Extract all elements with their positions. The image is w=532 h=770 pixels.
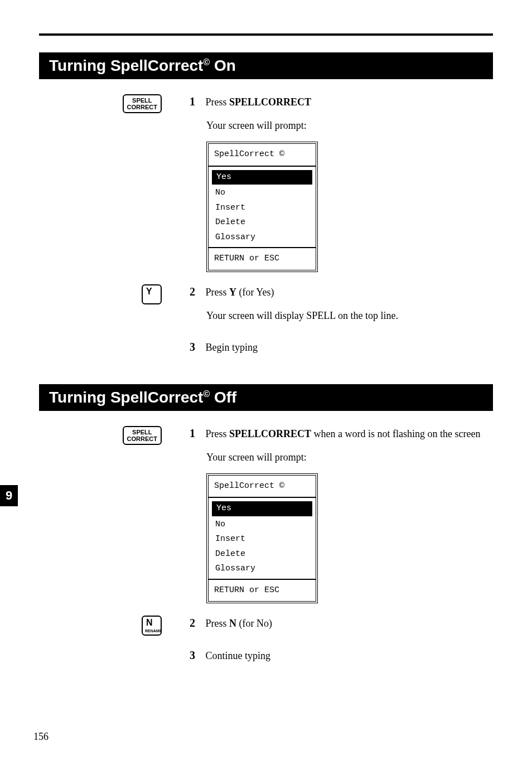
step-instruction: Press SPELLCORRECT when a word is not fl… [206, 428, 481, 439]
step-text-column: 1 Press SPELLCORRECT Your screen will pr… [190, 93, 493, 272]
key-column: Y [39, 283, 190, 304]
screen-options: Yes No Insert Delete Glossary [209, 167, 316, 248]
step-row: SPELL CORRECT 1 Press SPELLCORRECT when … [39, 425, 493, 604]
spellcorrect-key-icon: SPELL CORRECT [123, 426, 162, 445]
document-page: Turning SpellCorrect© On SPELL CORRECT 1… [0, 0, 532, 759]
step-after-text: Your screen will display SPELL on the to… [206, 308, 493, 323]
screen-option-selected: Yes [212, 170, 312, 185]
top-rule [39, 33, 493, 36]
screen-option: No [211, 186, 313, 201]
key-column [39, 338, 190, 340]
step-text-column: 1 Press SPELLCORRECT when a word is not … [190, 425, 493, 604]
screen-footer: RETURN or ESC [209, 247, 316, 270]
step-row: N RENAME 2 Press N (for No) [39, 614, 493, 636]
screen-option: Delete [211, 215, 313, 230]
screen-option: No [211, 517, 313, 532]
y-key-icon: Y [142, 284, 162, 304]
step-number: 2 [190, 283, 203, 300]
step-row: SPELL CORRECT 1 Press SPELLCORRECT Your … [39, 93, 493, 272]
screen-footer: RETURN or ESC [209, 579, 316, 602]
screen-title: SpellCorrect © [209, 144, 316, 167]
step-number: 1 [190, 425, 203, 442]
screen-prompt-box: SpellCorrect © Yes No Insert Delete Glos… [206, 142, 318, 272]
screen-option: Insert [211, 201, 313, 216]
step-number: 3 [190, 338, 203, 355]
chapter-tab: 9 [0, 485, 18, 506]
step-instruction: Press SPELLCORRECT [206, 96, 312, 108]
section-heading-on: Turning SpellCorrect© On [39, 52, 493, 79]
step-row: Y 2 Press Y (for Yes) Your screen will d… [39, 283, 493, 332]
screen-options: Yes No Insert Delete Glossary [209, 498, 316, 579]
step-number: 3 [190, 647, 203, 664]
step-row: 3 Begin typing [39, 338, 493, 355]
step-text-column: 3 Begin typing [190, 338, 493, 355]
step-text-column: 3 Continue typing [190, 647, 493, 664]
screen-option: Insert [211, 532, 313, 547]
key-column: SPELL CORRECT [39, 425, 190, 445]
key-column [39, 647, 190, 648]
step-number: 2 [190, 614, 203, 631]
step-instruction: Begin typing [206, 342, 258, 353]
step-text-column: 2 Press Y (for Yes) Your screen will dis… [190, 283, 493, 332]
key-column: N RENAME [39, 614, 190, 636]
n-key-icon: N RENAME [142, 616, 162, 636]
screen-option-selected: Yes [212, 501, 312, 516]
screen-prompt-box: SpellCorrect © Yes No Insert Delete Glos… [206, 473, 318, 604]
step-instruction: Press Y (for Yes) [206, 287, 274, 298]
screen-option: Glossary [211, 230, 313, 245]
step-number: 1 [190, 93, 203, 110]
key-column: SPELL CORRECT [39, 93, 190, 113]
screen-title: SpellCorrect © [209, 476, 316, 498]
page-number: 156 [33, 731, 49, 743]
step-instruction: Continue typing [206, 650, 271, 661]
step-after-text: Your screen will prompt: [206, 450, 493, 465]
step-text-column: 2 Press N (for No) [190, 614, 493, 631]
step-row: 3 Continue typing [39, 647, 493, 664]
screen-option: Glossary [211, 561, 313, 577]
screen-option: Delete [211, 547, 313, 562]
section-heading-off: Turning SpellCorrect© Off [39, 384, 493, 411]
step-instruction: Press N (for No) [206, 618, 273, 629]
spellcorrect-key-icon: SPELL CORRECT [123, 94, 162, 113]
step-after-text: Your screen will prompt: [206, 118, 493, 133]
